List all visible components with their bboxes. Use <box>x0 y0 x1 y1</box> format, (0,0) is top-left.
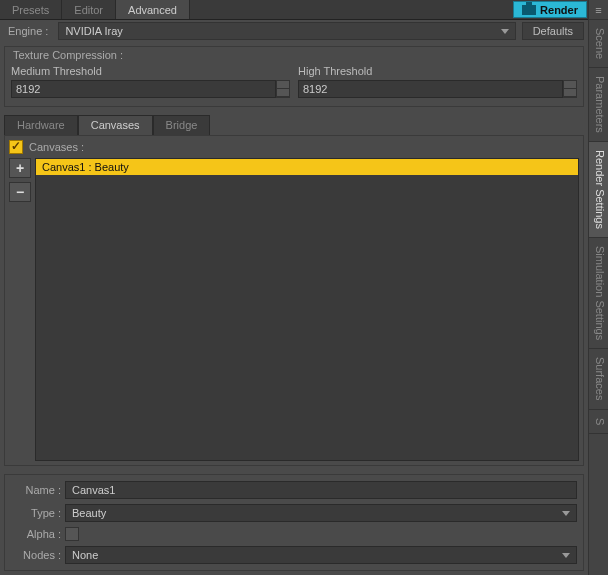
texture-compression-group: Texture Compression : Medium Threshold H… <box>4 46 584 107</box>
medium-threshold-input[interactable] <box>11 80 276 98</box>
sidetab-surfaces[interactable]: Surfaces <box>589 349 608 409</box>
medium-threshold-label: Medium Threshold <box>11 65 290 77</box>
engine-label: Engine : <box>4 25 52 37</box>
engine-select[interactable]: NVIDIA Iray <box>58 22 515 40</box>
subtab-canvases[interactable]: Canvases <box>78 115 153 135</box>
render-button[interactable]: Render <box>513 1 587 18</box>
high-threshold-stepper[interactable] <box>563 80 577 98</box>
sidetab-parameters[interactable]: Parameters <box>589 68 608 142</box>
name-label: Name : <box>11 484 61 496</box>
top-tabbar: Presets Editor Advanced Render <box>0 0 588 20</box>
alpha-checkbox[interactable] <box>65 527 79 541</box>
remove-canvas-button[interactable]: − <box>9 182 31 202</box>
camera-icon <box>522 5 536 15</box>
chevron-down-icon <box>501 29 509 34</box>
canvases-header-label: Canvases : <box>29 141 84 153</box>
pane-menu-icon[interactable]: ≡ <box>589 0 608 20</box>
tab-editor[interactable]: Editor <box>62 0 116 19</box>
canvas-properties: Name : Canvas1 Type : Beauty Alpha : Nod… <box>4 474 584 571</box>
chevron-down-icon <box>562 553 570 558</box>
name-input[interactable]: Canvas1 <box>65 481 577 499</box>
type-label: Type : <box>11 507 61 519</box>
engine-value: NVIDIA Iray <box>65 25 122 37</box>
nodes-label: Nodes : <box>11 549 61 561</box>
defaults-button[interactable]: Defaults <box>522 22 584 40</box>
canvas-list[interactable]: Canvas1 : Beauty <box>35 158 579 461</box>
tab-presets[interactable]: Presets <box>0 0 62 19</box>
nodes-select[interactable]: None <box>65 546 577 564</box>
subtab-bar: Hardware Canvases Bridge <box>4 115 584 135</box>
type-select[interactable]: Beauty <box>65 504 577 522</box>
sidetab-simulation-settings[interactable]: Simulation Settings <box>589 238 608 349</box>
side-tabbar: ≡ Scene Parameters Render Settings Simul… <box>588 0 608 575</box>
texcomp-title: Texture Compression : <box>11 49 125 61</box>
alpha-label: Alpha : <box>11 528 61 540</box>
tab-advanced[interactable]: Advanced <box>116 0 190 19</box>
sidetab-s[interactable]: S <box>589 410 608 434</box>
list-item[interactable]: Canvas1 : Beauty <box>36 159 578 175</box>
sidetab-scene[interactable]: Scene <box>589 20 608 68</box>
subtab-hardware[interactable]: Hardware <box>4 115 78 135</box>
high-threshold-input[interactable] <box>298 80 563 98</box>
medium-threshold-stepper[interactable] <box>276 80 290 98</box>
engine-bar: Engine : NVIDIA Iray Defaults <box>0 20 588 42</box>
render-button-label: Render <box>540 4 578 16</box>
canvases-panel: Canvases : + − Canvas1 : Beauty <box>4 135 584 466</box>
high-threshold-label: High Threshold <box>298 65 577 77</box>
canvases-checkbox[interactable] <box>9 140 23 154</box>
add-canvas-button[interactable]: + <box>9 158 31 178</box>
chevron-down-icon <box>562 511 570 516</box>
sidetab-render-settings[interactable]: Render Settings <box>589 142 608 238</box>
subtab-bridge[interactable]: Bridge <box>153 115 211 135</box>
